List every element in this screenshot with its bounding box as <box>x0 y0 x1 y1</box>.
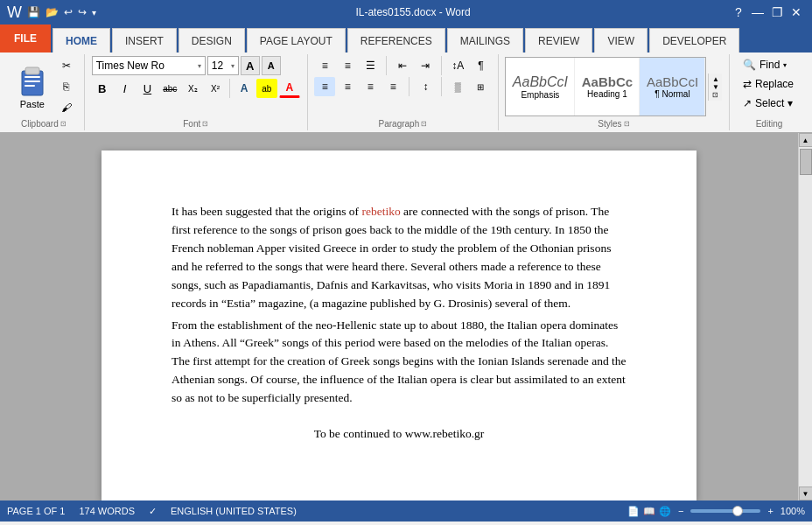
numbered-list-button[interactable]: ≡ <box>337 56 358 75</box>
font-expand-icon[interactable]: ⊡ <box>202 120 208 128</box>
shading-button[interactable]: ▒ <box>447 77 468 96</box>
styles-expand-icon[interactable]: ⊡ <box>624 120 630 128</box>
tab-references[interactable]: REFERENCES <box>347 28 445 52</box>
quick-save-btn[interactable]: 💾 <box>27 6 40 18</box>
font-controls: Times New Ro ▾ 12 ▾ A A B I U abc X₂ X² … <box>92 56 300 117</box>
highlight-button[interactable]: ab <box>256 79 277 98</box>
format-painter-button[interactable]: 🖌 <box>56 98 77 117</box>
select-button[interactable]: ↗ Select ▾ <box>737 94 802 112</box>
print-layout-icon[interactable]: 📄 <box>627 506 640 517</box>
document-page[interactable]: It has been suggested that the origins o… <box>102 150 696 500</box>
scroll-down-btn[interactable]: ▼ <box>799 486 813 500</box>
editing-label: Editing <box>737 119 802 129</box>
tab-home[interactable]: HOME <box>52 28 110 52</box>
tab-developer[interactable]: DEVELOPER <box>649 28 739 52</box>
paragraph-1[interactable]: It has been suggested that the origins o… <box>172 203 626 313</box>
align-center-button[interactable]: ≡ <box>337 77 358 96</box>
styles-scroll-down-btn[interactable]: ▼ <box>712 83 719 91</box>
status-left: PAGE 1 OF 1 174 WORDS ✓ ENGLISH (UNITED … <box>7 506 297 517</box>
vertical-scrollbar[interactable]: ▲ ▼ <box>798 133 812 500</box>
style-normal[interactable]: AaBbCcI ¶ Normal <box>640 58 705 116</box>
zoom-thumb[interactable] <box>732 506 743 516</box>
para-sep3 <box>409 77 410 96</box>
zoom-plus-btn[interactable]: + <box>767 506 773 516</box>
scroll-up-btn[interactable]: ▲ <box>799 133 813 147</box>
cut-button[interactable]: ✂ <box>56 56 77 75</box>
quick-open-btn[interactable]: 📂 <box>46 6 59 18</box>
font-name-dropdown-arrow[interactable]: ▾ <box>198 62 201 70</box>
zoom-minus-btn[interactable]: − <box>678 506 683 516</box>
scroll-track[interactable] <box>799 147 812 486</box>
font-name-selector[interactable]: Times New Ro ▾ <box>92 56 206 75</box>
ribbon-tab-bar: FILE HOME INSERT DESIGN PAGE LAYOUT REFE… <box>0 24 812 52</box>
font-shrink-button[interactable]: A <box>262 56 281 75</box>
svg-rect-2 <box>24 76 40 78</box>
multilevel-list-button[interactable]: ☰ <box>360 56 381 75</box>
font-size-selector[interactable]: 12 ▾ <box>207 56 239 75</box>
scroll-thumb[interactable] <box>800 149 812 175</box>
paragraph-2[interactable]: From the establishment of the neo-Hellen… <box>172 317 626 409</box>
font-separator <box>229 79 230 98</box>
restore-btn[interactable]: ❐ <box>768 4 786 21</box>
font-size-dropdown-arrow[interactable]: ▾ <box>231 62 234 70</box>
increase-indent-button[interactable]: ⇥ <box>415 56 436 75</box>
text-effects-button[interactable]: A <box>234 79 255 98</box>
subscript-button[interactable]: X₂ <box>182 79 203 98</box>
zoom-slider[interactable] <box>690 509 760 513</box>
paste-button[interactable]: Paste <box>10 61 54 112</box>
rebetiko-link[interactable]: rebetiko <box>361 205 400 218</box>
font-color-button[interactable]: A <box>279 79 300 98</box>
proofing-icon[interactable]: ✓ <box>149 506 157 517</box>
ribbon-group-font: Times New Ro ▾ 12 ▾ A A B I U abc X₂ X² … <box>85 54 308 130</box>
strikethrough-button[interactable]: abc <box>159 79 180 98</box>
web-layout-icon[interactable]: 🌐 <box>659 506 671 517</box>
find-button[interactable]: 🔍 Find ▾ <box>737 56 802 74</box>
align-right-button[interactable]: ≡ <box>360 77 381 96</box>
styles-expand-gallery-btn[interactable]: ⊡ <box>712 91 718 99</box>
redo-btn[interactable]: ↪ <box>78 6 87 18</box>
minimize-btn[interactable]: — <box>749 4 766 21</box>
tab-view[interactable]: VIEW <box>594 28 648 52</box>
clipboard-controls: Paste ✂ ⎘ 🖌 <box>10 56 77 117</box>
tab-file[interactable]: FILE <box>0 24 51 52</box>
bullet-list-button[interactable]: ≡ <box>314 56 335 75</box>
italic-button[interactable]: I <box>115 79 136 98</box>
help-btn[interactable]: ? <box>730 4 747 21</box>
line-spacing-button[interactable]: ↕ <box>415 77 436 96</box>
clipboard-small-btns: ✂ ⎘ 🖌 <box>56 56 77 117</box>
bold-button[interactable]: B <box>92 79 113 98</box>
find-dropdown-arrow[interactable]: ▾ <box>783 61 787 69</box>
justify-button[interactable]: ≡ <box>382 77 403 96</box>
sort-button[interactable]: ↕A <box>447 56 468 75</box>
clipboard-expand-icon[interactable]: ⊡ <box>60 120 66 128</box>
border-button[interactable]: ⊞ <box>470 77 491 96</box>
undo-btn[interactable]: ↩ <box>64 6 73 18</box>
font-grow-button[interactable]: A <box>241 56 260 75</box>
styles-scroll-up-btn[interactable]: ▲ <box>712 75 719 83</box>
close-btn[interactable]: ✕ <box>788 4 805 21</box>
replace-button[interactable]: ⇄ Replace <box>737 75 802 93</box>
tab-insert[interactable]: INSERT <box>112 28 177 52</box>
decrease-indent-button[interactable]: ⇤ <box>392 56 413 75</box>
document-scroll-area[interactable]: It has been suggested that the origins o… <box>0 133 798 500</box>
zoom-level[interactable]: 100% <box>780 506 805 516</box>
tab-mailings[interactable]: MAILINGS <box>447 28 523 52</box>
tab-review[interactable]: REVIEW <box>525 28 592 52</box>
para1-before: It has been suggested that the origins o… <box>172 205 361 218</box>
superscript-button[interactable]: X² <box>205 79 226 98</box>
align-left-button[interactable]: ≡ <box>314 77 335 96</box>
font-row1: Times New Ro ▾ 12 ▾ A A <box>92 56 300 75</box>
style-emphasis[interactable]: AaBbCcI Emphasis <box>506 58 575 116</box>
para-sep2 <box>441 56 442 75</box>
ribbon-group-editing: 🔍 Find ▾ ⇄ Replace ↗ Select ▾ Editing <box>730 54 808 130</box>
paragraph-expand-icon[interactable]: ⊡ <box>421 120 427 128</box>
tab-page-layout[interactable]: PAGE LAYOUT <box>247 28 346 52</box>
show-marks-button[interactable]: ¶ <box>470 56 491 75</box>
style-heading1[interactable]: AaBbCc Heading 1 <box>575 58 640 116</box>
tab-design[interactable]: DESIGN <box>178 28 245 52</box>
read-mode-icon[interactable]: 📖 <box>643 506 655 517</box>
para-sep1 <box>386 56 387 75</box>
language[interactable]: ENGLISH (UNITED STATES) <box>171 506 297 516</box>
copy-button[interactable]: ⎘ <box>56 77 77 96</box>
underline-button[interactable]: U <box>136 79 158 98</box>
